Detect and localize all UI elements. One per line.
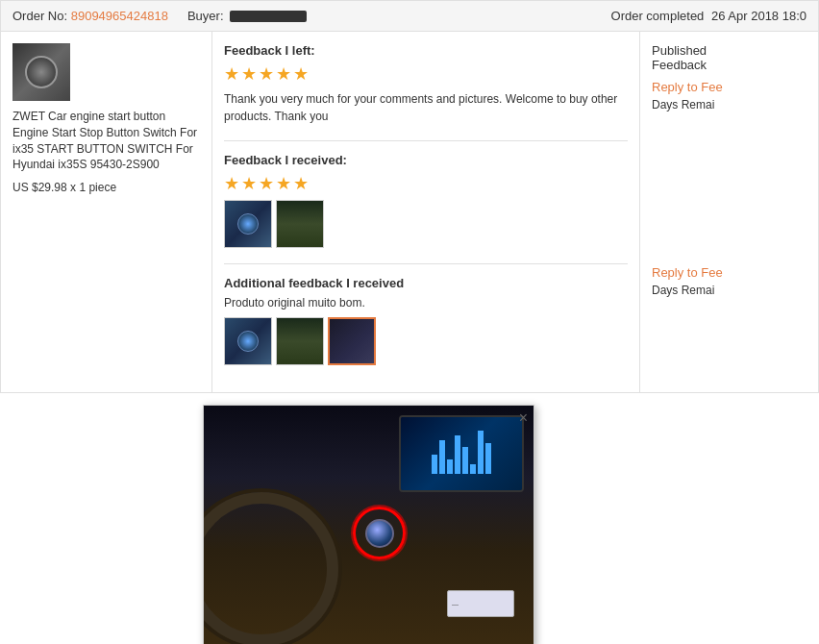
product-thumbnail [12, 43, 70, 101]
received-thumb-img-2 [277, 201, 323, 247]
recv-star-4: ★ [276, 173, 291, 194]
lightbox-close-button[interactable]: × [519, 409, 528, 427]
start-button-inner [365, 519, 394, 548]
nav-screen [399, 415, 524, 492]
feedback-left-title: Feedback I left: [224, 43, 628, 58]
bar-1 [432, 455, 437, 474]
additional-feedback-title: Additional feedback I received [224, 276, 628, 290]
bar-7 [478, 431, 484, 474]
additional-thumb-1[interactable] [224, 317, 272, 365]
order-no-value[interactable]: 89094965424818 [71, 9, 168, 23]
product-price: US $29.98 x 1 piece [12, 181, 200, 194]
steering-wheel [204, 492, 338, 644]
product-name: ZWET Car engine start button Engine Star… [12, 109, 200, 173]
feedback-received-title: Feedback I received: [224, 153, 628, 167]
bar-4 [455, 435, 460, 474]
additional-thumb-2[interactable] [276, 317, 324, 365]
action-column: Published Feedback Reply to Fee Days Rem… [640, 32, 818, 392]
received-thumb-img-1 [225, 201, 271, 247]
lightbox-overlay: × [203, 405, 534, 644]
reply-to-feedback-link-2[interactable]: Reply to Fee [652, 265, 807, 280]
star-4: ★ [276, 63, 291, 85]
bar-2 [439, 440, 445, 474]
additional-thumb-3[interactable] [328, 317, 376, 365]
star-1: ★ [224, 63, 239, 85]
days-remaining-2: Days Remai [652, 284, 807, 297]
product-column: ZWET Car engine start button Engine Star… [1, 32, 212, 392]
published-feedback: Published Feedback [652, 43, 807, 72]
start-button-circle [353, 507, 406, 559]
star-3: ★ [259, 63, 274, 85]
feedback-column: Feedback I left: ★ ★ ★ ★ ★ Thank you ver… [212, 32, 640, 392]
recv-star-2: ★ [241, 173, 257, 194]
nav-screen-inner [401, 417, 522, 490]
car-dashboard: — [204, 406, 534, 644]
order-completed: Order completed 26 Apr 2018 18:0 [611, 9, 807, 23]
additional-thumb-img-2 [277, 318, 323, 364]
days-remaining-1: Days Remai [652, 98, 807, 111]
additional-thumb-img-1 [225, 318, 271, 364]
bar-8 [485, 443, 491, 474]
feedback-received-stars: ★ ★ ★ ★ ★ [224, 173, 628, 194]
lightbox-image: — [204, 406, 534, 644]
main-content: ZWET Car engine start button Engine Star… [0, 32, 819, 393]
recv-star-1: ★ [224, 173, 239, 194]
star-2: ★ [241, 63, 257, 85]
feedback-label: Feedback [652, 58, 807, 72]
buyer-name-blur [230, 11, 307, 22]
star-5: ★ [293, 63, 309, 85]
action-col-lower: Reply to Fee Days Remai [652, 265, 807, 297]
order-header: Order No: 89094965424818 Buyer: Order co… [0, 0, 819, 32]
bar-6 [470, 464, 476, 474]
additional-feedback-text: Produto original muito bom. [224, 296, 628, 310]
divider-1 [224, 140, 628, 141]
recv-star-3: ★ [259, 173, 274, 194]
recv-star-5: ★ [293, 173, 309, 194]
bar-chart [428, 430, 495, 478]
feedback-left-stars: ★ ★ ★ ★ ★ [224, 63, 628, 85]
additional-feedback-section: Additional feedback I received Produto o… [224, 276, 628, 365]
product-thumb-image [12, 43, 70, 101]
received-thumb-1[interactable] [224, 200, 272, 248]
published-label: Published [652, 43, 807, 58]
additional-thumb-img-3 [330, 319, 374, 363]
buyer-label: Buyer: [187, 9, 224, 23]
small-screen-bottom: — [447, 590, 514, 617]
received-thumb-2[interactable] [276, 200, 324, 248]
feedback-received-section: Feedback I received: ★ ★ ★ ★ ★ [224, 153, 628, 248]
bar-3 [447, 459, 453, 474]
order-no-label: Order No: 89094965424818 [12, 9, 168, 23]
feedback-left-section: Feedback I left: ★ ★ ★ ★ ★ Thank you ver… [224, 43, 628, 125]
bar-5 [462, 447, 468, 474]
additional-feedback-thumbnails [224, 317, 628, 365]
small-screen-content: — [452, 601, 459, 607]
feedback-left-text: Thank you very much for your comments an… [224, 90, 628, 125]
feedback-received-thumbnails [224, 200, 628, 248]
reply-to-feedback-link-1[interactable]: Reply to Fee [652, 80, 807, 94]
buyer-section: Buyer: [187, 9, 307, 23]
divider-2 [224, 263, 628, 264]
